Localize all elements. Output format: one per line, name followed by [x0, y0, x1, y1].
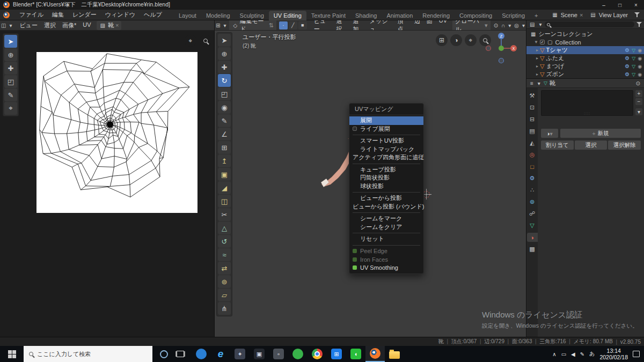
new-material-button[interactable]: + 新規 [560, 129, 641, 138]
uv-tool-cursor[interactable]: ⊕ [4, 48, 17, 61]
close-button[interactable]: × [628, 0, 644, 10]
blender-logo-icon[interactable] [3, 12, 10, 18]
properties-tab-modifiers[interactable]: ⚙ [527, 174, 538, 183]
select-button[interactable]: 選択 [575, 141, 608, 150]
context-menu-item[interactable]: ビューから投影 (バウンド) [349, 203, 423, 211]
viewport-tool-rotate[interactable]: ↻ [218, 74, 231, 87]
taskbar-clock[interactable]: 13:14 2020/02/18 [599, 348, 628, 360]
viewport-menu[interactable]: UV [436, 20, 450, 31]
context-menu-item[interactable]: 円筒状投影 [349, 174, 423, 182]
scene-unlink-icon[interactable]: × [580, 12, 583, 18]
properties-tab-data[interactable]: ▽ [527, 221, 538, 230]
workspace-tab[interactable]: Sculpting [235, 11, 269, 20]
uv-menu[interactable]: ビュー [16, 20, 41, 31]
taskbar-app-people[interactable] [192, 346, 211, 362]
outliner-editor-chevron-icon[interactable]: ▾ [538, 21, 543, 27]
workspace-tab[interactable]: Shading [350, 11, 382, 20]
properties-tab-render[interactable]: ⊡ [527, 103, 538, 112]
properties-tab-constraints[interactable]: ☍ [527, 209, 538, 218]
uv-tool-move[interactable]: ✚ [4, 62, 17, 75]
menu[interactable]: レンダー [68, 10, 101, 20]
gizmo-neg-z-ball[interactable] [499, 58, 504, 63]
outliner-object-row[interactable]: ▸ ▽ まつげ ⚙ ▽ ◉ [526, 62, 644, 70]
viewport-tool-annotate[interactable]: ✎ [218, 114, 231, 127]
workspace-tab[interactable]: Rendering [418, 11, 455, 20]
blender-app-icon[interactable] [3, 2, 10, 8]
taskbar-app-camera[interactable]: ▣ [250, 346, 269, 362]
uv-menu[interactable]: UV [79, 20, 94, 31]
modifier-icon[interactable]: ⚙ [625, 47, 630, 53]
modifier-icon[interactable]: ⚙ [625, 71, 630, 77]
minimize-button[interactable]: – [596, 0, 612, 10]
context-menu-item[interactable]: ビューから投影 [349, 194, 423, 203]
filter-funnel-icon[interactable] [634, 12, 640, 17]
snap-chevron-icon[interactable]: ▾ [507, 23, 512, 28]
taskbar-app-explorer[interactable] [385, 346, 404, 362]
properties-editor-icon[interactable]: ≡ [529, 80, 535, 86]
uv-editor-type-chevron-icon[interactable]: ▾ [8, 23, 13, 28]
start-button[interactable] [0, 346, 24, 362]
gizmo-neg-x-ball[interactable] [486, 46, 491, 51]
properties-editor-chevron-icon[interactable]: ▾ [537, 80, 541, 86]
viewport-tool-rip[interactable]: ⋔ [218, 302, 231, 315]
viewport-tool-edge-slide[interactable]: ⇄ [218, 262, 231, 275]
select-mode-edge[interactable]: ╱ [289, 21, 297, 29]
outliner-object-row[interactable]: ▸ ▽ ふたえ ⚙ ▽ ◉ [526, 54, 644, 62]
viewport-tool-shrink-fatten[interactable]: ⊚ [218, 275, 231, 288]
properties-tab-object[interactable]: □ [527, 162, 538, 171]
collection-row[interactable]: ▼ ✓ ▢ Collection [526, 38, 644, 46]
context-menu-item[interactable]: 展開 [349, 116, 423, 125]
context-menu-item[interactable]: リセット [349, 235, 423, 243]
context-menu-item[interactable]: シームをマーク [349, 215, 423, 223]
viewport-editor-type-chevron-icon[interactable]: ▾ [222, 23, 227, 28]
object-disclosure-icon[interactable]: ▸ [526, 72, 538, 77]
properties-tab-texture[interactable]: ▩ [527, 245, 538, 254]
uv-zoom-icon[interactable] [200, 35, 211, 47]
modifier-icon[interactable]: ⚙ [625, 55, 630, 61]
menu[interactable]: 編集 [48, 10, 68, 20]
outliner-editor-icon[interactable]: ▤ [529, 21, 536, 27]
task-view-icon[interactable] [177, 351, 184, 357]
viewport-tool-measure[interactable]: ∠ [218, 128, 231, 141]
viewport-tool-add-cube[interactable]: ⊞ [218, 141, 231, 154]
context-menu-item[interactable]: シームをクリア [349, 223, 423, 232]
viewport-tool-transform[interactable]: ◉ [218, 101, 231, 114]
viewport-tool-extrude[interactable]: ↥ [218, 154, 231, 167]
workspace-tab[interactable]: Texture Paint [306, 11, 350, 20]
tray-icon-ime[interactable]: あ [589, 350, 595, 358]
viewport-menu[interactable]: 追加 [350, 20, 367, 31]
viewport-menu[interactable]: 選択 [333, 20, 349, 31]
context-menu-item[interactable]: キューブ投影 [349, 166, 423, 174]
uv-pan-icon[interactable]: ⌖ [185, 35, 196, 47]
viewport-tool-spin[interactable]: ↺ [218, 235, 231, 248]
visibility-eye-icon[interactable]: ◉ [638, 56, 642, 61]
uv-editor-type-icon[interactable]: ◫ [0, 23, 7, 28]
tray-icon-display[interactable]: ▭ [561, 351, 566, 357]
viewport-menu[interactable]: メッシュ [367, 20, 394, 31]
slot-specials-button[interactable]: ▾ [635, 108, 642, 115]
context-menu-item[interactable]: ライブ展開 [349, 125, 423, 134]
tray-icon-pen[interactable]: ✎ [580, 351, 584, 357]
cortana-icon[interactable] [160, 350, 168, 358]
proportional-chevron-icon[interactable]: ▾ [521, 23, 526, 28]
maximize-button[interactable]: □ [612, 0, 628, 10]
navigation-gizmo[interactable]: Z X [486, 32, 517, 65]
gizmo-y-ball[interactable] [499, 46, 504, 51]
workspace-tab[interactable]: + [530, 11, 543, 20]
taskbar-app-dark-app[interactable]: ✦ [230, 346, 250, 362]
viewport-menu[interactable]: ビュー [311, 20, 333, 31]
properties-tab-scene[interactable]: ◭ [527, 138, 538, 147]
remove-slot-button[interactable]: − [635, 98, 642, 105]
context-menu-item[interactable]: 球状投影 [349, 182, 423, 191]
uv-image-area[interactable] [36, 52, 197, 213]
outliner-object-row[interactable]: ▸ ▽ Tシャツ ⚙ ▽ ◉ [526, 46, 644, 54]
viewport-tool-smooth[interactable]: ≈ [218, 248, 231, 261]
menu[interactable]: ウィンドウ [101, 10, 140, 20]
orientation-selector[interactable]: グローバル ▾ [452, 20, 491, 31]
visibility-eye-icon[interactable]: ◉ [638, 48, 642, 53]
select-mode-face[interactable]: ■ [298, 21, 307, 29]
action-center-icon[interactable] [633, 351, 640, 357]
taskbar-app-line[interactable]: ◖ [346, 346, 365, 362]
viewport-tool-cursor[interactable]: ⊕ [218, 47, 231, 60]
pan-hand-icon[interactable]: ⌖ [465, 34, 477, 46]
